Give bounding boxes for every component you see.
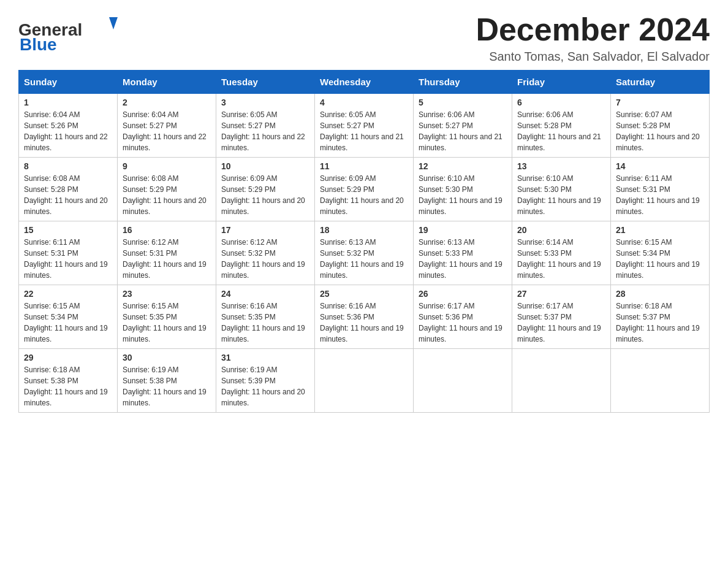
- day-number: 5: [419, 98, 507, 107]
- day-info: Sunrise: 6:08 AMSunset: 5:29 PMDaylight:…: [123, 174, 207, 216]
- day-number: 26: [419, 289, 507, 299]
- day-number: 22: [24, 289, 112, 299]
- table-row: 25 Sunrise: 6:16 AMSunset: 5:36 PMDaylig…: [315, 285, 414, 349]
- day-info: Sunrise: 6:09 AMSunset: 5:29 PMDaylight:…: [221, 174, 305, 216]
- day-info: Sunrise: 6:11 AMSunset: 5:31 PMDaylight:…: [616, 174, 700, 216]
- day-info: Sunrise: 6:13 AMSunset: 5:32 PMDaylight:…: [320, 238, 404, 280]
- day-info: Sunrise: 6:17 AMSunset: 5:37 PMDaylight:…: [517, 302, 601, 343]
- month-title: December 2024: [476, 12, 710, 47]
- day-info: Sunrise: 6:05 AMSunset: 5:27 PMDaylight:…: [320, 110, 404, 152]
- col-friday: Friday: [512, 71, 611, 94]
- day-number: 30: [123, 353, 211, 362]
- day-info: Sunrise: 6:12 AMSunset: 5:31 PMDaylight:…: [123, 238, 207, 280]
- location-title: Santo Tomas, San Salvador, El Salvador: [476, 50, 710, 64]
- table-row: 8 Sunrise: 6:08 AMSunset: 5:28 PMDayligh…: [19, 158, 118, 221]
- day-info: Sunrise: 6:19 AMSunset: 5:39 PMDaylight:…: [221, 366, 305, 407]
- table-row: 19 Sunrise: 6:13 AMSunset: 5:33 PMDaylig…: [414, 221, 512, 285]
- calendar-week-row: 8 Sunrise: 6:08 AMSunset: 5:28 PMDayligh…: [19, 158, 710, 221]
- table-row: 22 Sunrise: 6:15 AMSunset: 5:34 PMDaylig…: [19, 285, 118, 349]
- day-info: Sunrise: 6:08 AMSunset: 5:28 PMDaylight:…: [24, 174, 108, 216]
- table-row: 2 Sunrise: 6:04 AMSunset: 5:27 PMDayligh…: [118, 94, 216, 158]
- day-number: 7: [616, 98, 704, 107]
- table-row: 31 Sunrise: 6:19 AMSunset: 5:39 PMDaylig…: [216, 349, 315, 413]
- table-row: 15 Sunrise: 6:11 AMSunset: 5:31 PMDaylig…: [19, 221, 118, 285]
- table-row: [315, 349, 414, 413]
- table-row: 9 Sunrise: 6:08 AMSunset: 5:29 PMDayligh…: [118, 158, 216, 221]
- day-number: 8: [24, 161, 112, 171]
- table-row: 12 Sunrise: 6:10 AMSunset: 5:30 PMDaylig…: [414, 158, 512, 221]
- day-number: 24: [221, 289, 309, 299]
- day-info: Sunrise: 6:15 AMSunset: 5:34 PMDaylight:…: [24, 302, 108, 343]
- table-row: 1 Sunrise: 6:04 AMSunset: 5:26 PMDayligh…: [19, 94, 118, 158]
- day-info: Sunrise: 6:11 AMSunset: 5:31 PMDaylight:…: [24, 238, 108, 280]
- logo: General Blue: [18, 12, 129, 55]
- day-info: Sunrise: 6:19 AMSunset: 5:38 PMDaylight:…: [123, 366, 207, 407]
- day-number: 20: [517, 225, 605, 235]
- calendar-week-row: 1 Sunrise: 6:04 AMSunset: 5:26 PMDayligh…: [19, 94, 710, 158]
- table-row: 3 Sunrise: 6:05 AMSunset: 5:27 PMDayligh…: [216, 94, 315, 158]
- table-row: 30 Sunrise: 6:19 AMSunset: 5:38 PMDaylig…: [118, 349, 216, 413]
- table-row: 6 Sunrise: 6:06 AMSunset: 5:28 PMDayligh…: [512, 94, 611, 158]
- day-info: Sunrise: 6:10 AMSunset: 5:30 PMDaylight:…: [419, 174, 502, 216]
- svg-text:Blue: Blue: [20, 35, 57, 54]
- day-number: 15: [24, 225, 112, 235]
- day-info: Sunrise: 6:09 AMSunset: 5:29 PMDaylight:…: [320, 174, 404, 216]
- table-row: 18 Sunrise: 6:13 AMSunset: 5:32 PMDaylig…: [315, 221, 414, 285]
- day-info: Sunrise: 6:13 AMSunset: 5:33 PMDaylight:…: [419, 238, 502, 280]
- col-tuesday: Tuesday: [216, 71, 315, 94]
- day-number: 19: [419, 225, 507, 235]
- calendar-week-row: 29 Sunrise: 6:18 AMSunset: 5:38 PMDaylig…: [19, 349, 710, 413]
- table-row: 13 Sunrise: 6:10 AMSunset: 5:30 PMDaylig…: [512, 158, 611, 221]
- table-row: 21 Sunrise: 6:15 AMSunset: 5:34 PMDaylig…: [611, 221, 710, 285]
- day-info: Sunrise: 6:15 AMSunset: 5:35 PMDaylight:…: [123, 302, 207, 343]
- calendar-week-row: 15 Sunrise: 6:11 AMSunset: 5:31 PMDaylig…: [19, 221, 710, 285]
- day-info: Sunrise: 6:07 AMSunset: 5:28 PMDaylight:…: [616, 110, 700, 152]
- day-number: 25: [320, 289, 408, 299]
- day-number: 29: [24, 353, 112, 362]
- day-number: 27: [517, 289, 605, 299]
- day-info: Sunrise: 6:16 AMSunset: 5:35 PMDaylight:…: [221, 302, 305, 343]
- day-number: 4: [320, 98, 408, 107]
- day-info: Sunrise: 6:16 AMSunset: 5:36 PMDaylight:…: [320, 302, 404, 343]
- day-info: Sunrise: 6:14 AMSunset: 5:33 PMDaylight:…: [517, 238, 601, 280]
- col-thursday: Thursday: [414, 71, 512, 94]
- col-sunday: Sunday: [19, 71, 118, 94]
- col-saturday: Saturday: [611, 71, 710, 94]
- day-info: Sunrise: 6:18 AMSunset: 5:38 PMDaylight:…: [24, 366, 108, 407]
- day-info: Sunrise: 6:12 AMSunset: 5:32 PMDaylight:…: [221, 238, 305, 280]
- day-number: 2: [123, 98, 211, 107]
- day-number: 9: [123, 161, 211, 171]
- table-row: 28 Sunrise: 6:18 AMSunset: 5:37 PMDaylig…: [611, 285, 710, 349]
- day-info: Sunrise: 6:18 AMSunset: 5:37 PMDaylight:…: [616, 302, 700, 343]
- calendar-week-row: 22 Sunrise: 6:15 AMSunset: 5:34 PMDaylig…: [19, 285, 710, 349]
- table-row: 5 Sunrise: 6:06 AMSunset: 5:27 PMDayligh…: [414, 94, 512, 158]
- page-header: General Blue December 2024 Santo Tomas, …: [18, 12, 710, 64]
- day-number: 23: [123, 289, 211, 299]
- day-number: 3: [221, 98, 309, 107]
- day-info: Sunrise: 6:04 AMSunset: 5:27 PMDaylight:…: [123, 110, 207, 152]
- svg-marker-1: [109, 17, 118, 29]
- day-info: Sunrise: 6:17 AMSunset: 5:36 PMDaylight:…: [419, 302, 502, 343]
- table-row: [611, 349, 710, 413]
- day-number: 10: [221, 161, 309, 171]
- day-number: 28: [616, 289, 704, 299]
- day-number: 13: [517, 161, 605, 171]
- table-row: 16 Sunrise: 6:12 AMSunset: 5:31 PMDaylig…: [118, 221, 216, 285]
- day-number: 12: [419, 161, 507, 171]
- table-row: 14 Sunrise: 6:11 AMSunset: 5:31 PMDaylig…: [611, 158, 710, 221]
- day-number: 18: [320, 225, 408, 235]
- table-row: [512, 349, 611, 413]
- day-number: 11: [320, 161, 408, 171]
- day-info: Sunrise: 6:06 AMSunset: 5:27 PMDaylight:…: [419, 110, 502, 152]
- day-number: 1: [24, 98, 112, 107]
- day-number: 31: [221, 353, 309, 362]
- day-number: 16: [123, 225, 211, 235]
- table-row: 23 Sunrise: 6:15 AMSunset: 5:35 PMDaylig…: [118, 285, 216, 349]
- day-info: Sunrise: 6:05 AMSunset: 5:27 PMDaylight:…: [221, 110, 305, 152]
- day-number: 14: [616, 161, 704, 171]
- day-info: Sunrise: 6:15 AMSunset: 5:34 PMDaylight:…: [616, 238, 700, 280]
- col-wednesday: Wednesday: [315, 71, 414, 94]
- table-row: 17 Sunrise: 6:12 AMSunset: 5:32 PMDaylig…: [216, 221, 315, 285]
- table-row: 11 Sunrise: 6:09 AMSunset: 5:29 PMDaylig…: [315, 158, 414, 221]
- table-row: 26 Sunrise: 6:17 AMSunset: 5:36 PMDaylig…: [414, 285, 512, 349]
